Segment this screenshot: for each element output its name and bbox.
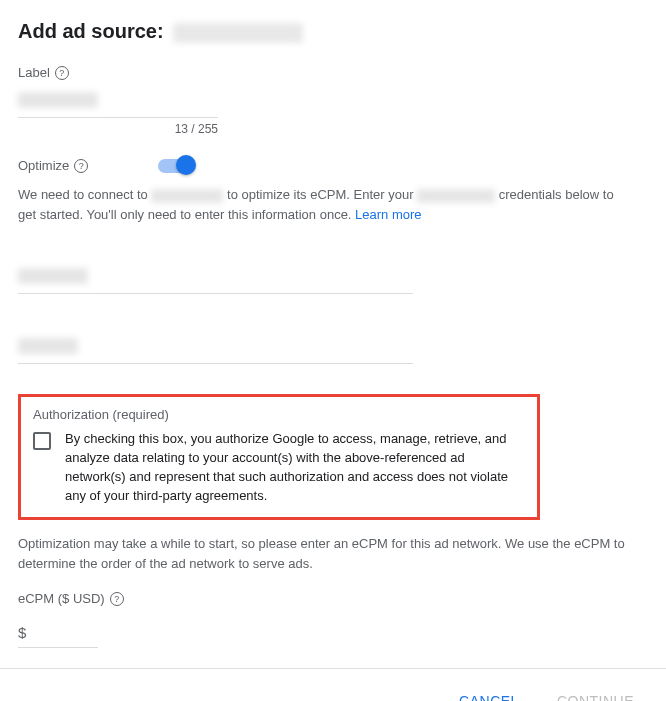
title-source-redacted (173, 23, 303, 43)
authorization-box: Authorization (required) By checking thi… (18, 394, 540, 520)
continue-button: CONTINUE (553, 687, 638, 701)
redacted-network-2 (417, 189, 495, 203)
label-value-redacted (18, 92, 98, 108)
label-char-count: 13 / 255 (18, 122, 218, 136)
optimization-note: Optimization may take a while to start, … (18, 534, 638, 573)
optimize-toggle[interactable] (158, 159, 192, 173)
label-field-label: Label ? (18, 65, 648, 80)
ecpm-input[interactable] (18, 618, 98, 648)
authorization-text: By checking this box, you authorize Goog… (65, 430, 525, 505)
label-input[interactable] (18, 86, 218, 118)
cancel-button[interactable]: CANCEL (455, 687, 523, 701)
page-title: Add ad source: (18, 20, 648, 43)
optimize-label: Optimize ? (18, 158, 88, 173)
learn-more-link[interactable]: Learn more (355, 207, 421, 222)
optimize-description: We need to connect to to optimize its eC… (18, 185, 618, 224)
dialog-footer: CANCEL CONTINUE (0, 668, 666, 701)
help-icon[interactable]: ? (74, 159, 88, 173)
credential-1-redacted (18, 268, 88, 284)
ecpm-label: eCPM ($ USD) ? (18, 591, 648, 606)
help-icon[interactable]: ? (110, 592, 124, 606)
credential-2-redacted (18, 338, 78, 354)
credential-input-1[interactable] (18, 258, 413, 294)
redacted-network-1 (151, 189, 223, 203)
title-prefix: Add ad source: (18, 20, 164, 42)
credential-input-2[interactable] (18, 328, 413, 364)
help-icon[interactable]: ? (55, 66, 69, 80)
authorization-checkbox[interactable] (33, 432, 51, 450)
authorization-heading: Authorization (required) (33, 407, 525, 422)
